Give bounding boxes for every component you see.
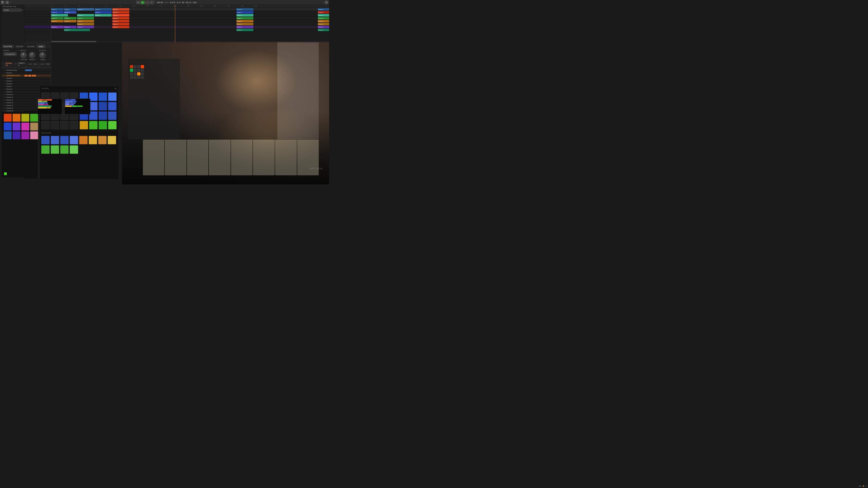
search-icon[interactable]: 🔍 [1, 1, 4, 4]
clip-c1-5[interactable]: Pattern 3 [237, 17, 253, 20]
sound-row-1[interactable]: 1 Harmonic Keys [2, 69, 51, 72]
clip-a1-5[interactable]: Pattern 1 [237, 11, 253, 13]
limiter-select[interactable]: Limiter [3, 8, 21, 11]
h-scrollbar-thumb[interactable] [51, 41, 96, 42]
dark-pad-13[interactable] [41, 121, 50, 129]
pad-l-2[interactable] [12, 113, 21, 122]
mixer-main-tab[interactable]: Main [37, 44, 46, 48]
clip-c1-6[interactable]: Pattern 3 [318, 17, 329, 20]
loop-button[interactable]: ⟳ [150, 1, 154, 4]
clip-b1-3[interactable]: Pattern 1 [95, 14, 112, 17]
bottom-pad-7[interactable] [98, 136, 107, 144]
clip-d1-5[interactable]: Pattern 3 [237, 20, 253, 22]
scene2-clip[interactable]: Scene 2 [64, 8, 76, 11]
scene6-clip[interactable]: Scene 6 [237, 8, 253, 11]
note-3a[interactable] [24, 75, 28, 76]
bottom-pad-8[interactable] [107, 136, 116, 144]
color-pad-7[interactable] [98, 102, 107, 110]
dark-pad-15[interactable] [60, 121, 69, 129]
pad-l-8[interactable] [30, 123, 38, 131]
sound-row-4[interactable]: 4 Sound 4 [2, 77, 51, 80]
bottom-pad-10[interactable] [51, 145, 59, 154]
color-pad-14[interactable] [89, 121, 98, 129]
color-pad-13[interactable] [80, 121, 88, 129]
color-pad-16[interactable] [108, 121, 117, 129]
clip-f1-4[interactable]: Pattern 1 [112, 26, 129, 28]
sound-row-2[interactable]: 2 Sound 2 [2, 72, 51, 74]
color-pad-11[interactable] [98, 111, 107, 120]
mixer-tab-group[interactable]: GROUP [14, 44, 26, 48]
pad-l-9[interactable] [4, 131, 12, 139]
bottom-pad-1[interactable] [41, 136, 50, 144]
dark-pad-16[interactable] [70, 121, 78, 129]
scene5-clip[interactable]: Scene 5 [112, 8, 129, 11]
threshold-knob[interactable] [20, 52, 27, 58]
bottom-pad-3[interactable] [60, 136, 69, 144]
pattern-dropdown[interactable]: ▼ [15, 63, 17, 65]
clip-e1-1[interactable]: Pattern 1 [77, 23, 94, 25]
h-scrollbar[interactable] [51, 40, 329, 42]
color-pad-3[interactable] [98, 92, 107, 101]
clip-d1-1[interactable]: Pattern 1 [51, 20, 64, 22]
rewind-button[interactable]: ⏮ [136, 1, 140, 4]
clip-f1-5[interactable]: Pattern 1 [237, 26, 253, 28]
clip-a1-1[interactable]: Pattern 2 [51, 11, 64, 13]
pad-l-6[interactable] [12, 123, 21, 131]
pad-l-3[interactable] [21, 113, 29, 122]
color-pad-12[interactable] [108, 111, 117, 120]
ceiling-knob[interactable] [39, 52, 46, 58]
clip-g1-1[interactable]: Pattern 1 [64, 29, 90, 31]
clip-b1-6[interactable]: Pattern 3 [318, 14, 329, 17]
color-pad-8[interactable] [108, 102, 117, 110]
clip-c1-4[interactable]: Pattern 3 [112, 17, 129, 20]
record-button[interactable]: ● [145, 1, 149, 4]
clip-c1-3[interactable]: Pattern 1 [77, 17, 94, 20]
sound-row-6[interactable]: 6 Sound 6 [2, 83, 51, 85]
pad-l-12[interactable] [30, 131, 38, 139]
bottom-pad-5[interactable] [79, 136, 88, 144]
scene7-clip[interactable]: Scene 2 [318, 8, 329, 11]
clip-d1-4[interactable]: Pattern 3 [112, 20, 129, 22]
clip-a1-3[interactable]: Pattern 2 [95, 11, 112, 13]
clip-e1-2[interactable]: Pattern 2 [112, 23, 129, 25]
note-3b[interactable] [29, 75, 31, 76]
pad-l-10[interactable] [12, 131, 21, 139]
clip-g1-3[interactable]: Pattern 1 [318, 29, 329, 31]
clip-e1-4[interactable]: Pattern 1 [318, 23, 329, 25]
dark-pad-14[interactable] [51, 121, 59, 129]
clip-b1-2[interactable]: Pattern 5 [77, 14, 94, 17]
mixer-tab-master[interactable]: MASTER [2, 44, 14, 48]
clip-f1-3[interactable]: Pattern 1 [77, 26, 94, 28]
bottom-pad-6[interactable] [89, 136, 97, 144]
mixer-tab-sound[interactable]: SOUND [26, 44, 37, 48]
scene4-clip[interactable]: Scene 4 [95, 8, 112, 11]
bottom-pad-2[interactable] [51, 136, 59, 144]
pad-l-4[interactable] [30, 113, 38, 122]
clip-f1-6[interactable]: Pattern 7 [318, 26, 329, 28]
play-button[interactable]: ▶ [141, 1, 145, 4]
clip-d1-6[interactable]: Pattern 4 [318, 20, 329, 22]
bottom-pad-11[interactable] [60, 145, 69, 154]
clip-a1-6[interactable]: Pattern 5 [318, 11, 329, 13]
settings-icon[interactable]: ⚙ [324, 1, 328, 4]
pad-l-5[interactable] [4, 123, 12, 131]
clip-c1-2[interactable]: Pattern 4 [64, 17, 76, 20]
clip-b1-5[interactable]: Pattern 2 [237, 14, 253, 17]
mode-button[interactable]: Transparent [4, 53, 17, 56]
clip-e1-3[interactable]: Pattern 1 [237, 23, 253, 25]
scene1-clip[interactable]: Scene 1 [51, 8, 64, 11]
clip-c1-1[interactable]: Pattern 3 [51, 17, 64, 20]
sound-row-3[interactable]: 3 20200818T171729 [2, 74, 51, 77]
clip-d1-2[interactable]: Pattern 4 [64, 20, 76, 22]
bottom-pad-4[interactable] [70, 136, 78, 144]
color-pad-15[interactable] [98, 121, 107, 129]
pad-l-11[interactable] [21, 131, 29, 139]
pad-l-1[interactable] [4, 113, 12, 122]
color-pad-4[interactable] [108, 92, 117, 101]
clip-f1-2[interactable]: Pattern 4 [64, 26, 76, 28]
clip-f1-1[interactable]: Pattern 3 [51, 26, 64, 28]
sound-row-5[interactable]: 5 Sound 5 [2, 80, 51, 83]
clip-b1-1[interactable]: Pattern 3 [51, 14, 68, 17]
grid-icon[interactable]: ⊞ [5, 1, 9, 4]
release-knob[interactable] [29, 52, 35, 58]
